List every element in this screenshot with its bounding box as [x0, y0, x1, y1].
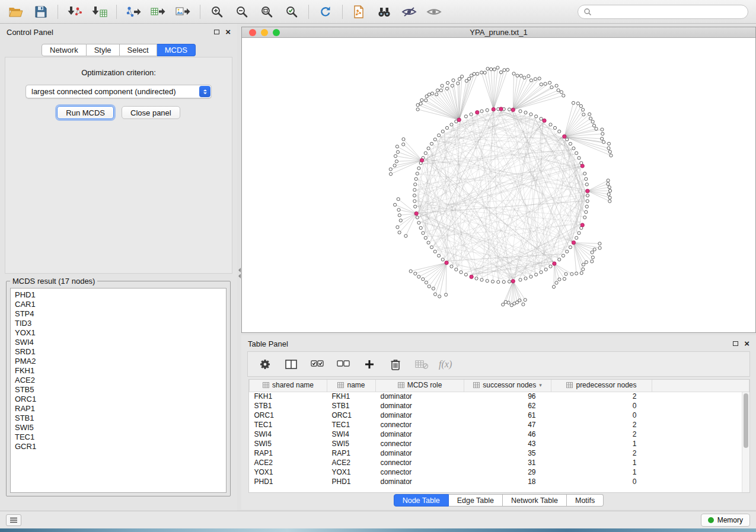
node-table-row[interactable]: SWI4SWI4dominator462	[250, 430, 749, 439]
deselect-all-button[interactable]	[334, 355, 352, 373]
cell-name[interactable]: TEC1	[327, 420, 376, 430]
cell-predecessors[interactable]: 2	[551, 420, 652, 430]
tab-network-table[interactable]: Network Table	[503, 494, 567, 507]
cell-predecessors[interactable]: 1	[551, 467, 652, 477]
cell-shared_name[interactable]: PHD1	[250, 477, 327, 486]
cell-shared_name[interactable]: SWI4	[250, 430, 327, 439]
node-table-row[interactable]: PHD1PHD1dominator180	[250, 477, 749, 486]
cell-role[interactable]: dominator	[376, 392, 464, 401]
cell-role[interactable]: connector	[376, 467, 464, 477]
tab-style[interactable]: Style	[87, 44, 120, 56]
column-header-predecessor-nodes[interactable]: predecessor nodes	[551, 380, 652, 392]
node-table-row[interactable]: TEC1TEC1connector472	[250, 420, 749, 430]
cell-successors[interactable]: 35	[464, 448, 551, 458]
zoom-out-button[interactable]	[229, 2, 254, 21]
cell-role[interactable]: dominator	[376, 448, 464, 458]
mcds-result-item[interactable]: ORC1	[15, 395, 226, 404]
cell-role[interactable]: connector	[376, 420, 464, 430]
mcds-result-item[interactable]: GCR1	[15, 442, 226, 451]
zoom-selected-button[interactable]	[279, 2, 304, 21]
close-table-panel-icon[interactable]: ×	[744, 339, 749, 348]
cell-role[interactable]: dominator	[376, 411, 464, 420]
select-all-button[interactable]	[308, 355, 326, 373]
float-table-panel-icon[interactable]	[733, 341, 738, 346]
tab-node-table[interactable]: Node Table	[394, 494, 449, 507]
node-table-row[interactable]: SWI5SWI5connector431	[250, 439, 749, 448]
float-panel-icon[interactable]	[214, 30, 219, 34]
save-session-button[interactable]	[28, 2, 53, 21]
table-scrollbar[interactable]	[742, 392, 749, 492]
cell-successors[interactable]: 61	[464, 411, 551, 420]
cell-shared_name[interactable]: ORC1	[250, 411, 327, 420]
tab-network[interactable]: Network	[42, 44, 87, 56]
cell-successors[interactable]: 43	[464, 439, 551, 448]
open-session-button[interactable]	[4, 2, 28, 21]
cell-shared_name[interactable]: SWI5	[250, 439, 327, 448]
cell-name[interactable]: FKH1	[327, 392, 376, 401]
cell-shared_name[interactable]: STB1	[250, 401, 327, 411]
cell-name[interactable]: YOX1	[327, 467, 376, 477]
tab-edge-table[interactable]: Edge Table	[449, 494, 503, 507]
mcds-result-item[interactable]: SWI5	[15, 423, 226, 432]
mcds-result-item[interactable]: ACE2	[15, 376, 226, 385]
import-network-button[interactable]	[62, 2, 87, 21]
cell-successors[interactable]: 62	[464, 401, 551, 411]
cell-name[interactable]: RAP1	[327, 448, 376, 458]
node-table-row[interactable]: ACE2ACE2connector311	[250, 458, 749, 467]
export-image-button[interactable]	[171, 2, 196, 21]
add-column-button[interactable]	[361, 355, 378, 373]
mcds-result-item[interactable]: CAR1	[15, 300, 226, 309]
node-table-row[interactable]: YOX1YOX1connector291	[250, 467, 749, 477]
memory-button[interactable]: Memory	[701, 514, 750, 527]
export-web-button[interactable]	[347, 2, 372, 21]
cell-name[interactable]: STB1	[327, 401, 376, 411]
cell-predecessors[interactable]: 0	[551, 401, 652, 411]
mcds-result-item[interactable]: PMA2	[15, 357, 226, 366]
export-table-button[interactable]	[146, 2, 171, 21]
cell-successors[interactable]: 29	[464, 467, 551, 477]
cell-shared_name[interactable]: FKH1	[250, 392, 327, 401]
search-input[interactable]	[595, 6, 748, 18]
cell-successors[interactable]: 31	[464, 458, 551, 467]
cell-predecessors[interactable]: 2	[551, 430, 652, 439]
cell-role[interactable]: dominator	[376, 477, 464, 486]
cell-shared_name[interactable]: TEC1	[250, 420, 327, 430]
column-header-mcds-role[interactable]: MCDS role	[376, 380, 464, 392]
table-settings-button[interactable]	[256, 355, 274, 373]
zoom-in-button[interactable]	[205, 2, 229, 21]
column-header-name[interactable]: name	[327, 380, 376, 392]
mcds-result-item[interactable]: STP4	[15, 309, 226, 319]
mcds-result-item[interactable]: SRD1	[15, 347, 226, 357]
search-network-button[interactable]	[372, 2, 397, 21]
mcds-result-item[interactable]: TID3	[15, 319, 226, 328]
mcds-result-item[interactable]: RAP1	[15, 404, 226, 414]
close-panel-icon[interactable]: ×	[225, 28, 231, 36]
cell-name[interactable]: SWI5	[327, 439, 376, 448]
cell-predecessors[interactable]: 1	[551, 439, 652, 448]
cell-name[interactable]: ACE2	[327, 458, 376, 467]
show-columns-button[interactable]	[282, 355, 300, 373]
toolbar-search[interactable]	[578, 5, 748, 19]
cell-successors[interactable]: 46	[464, 430, 551, 439]
mcds-result-item[interactable]: STB5	[15, 385, 226, 395]
tab-motifs[interactable]: Motifs	[567, 494, 604, 507]
mcds-result-item[interactable]: TEC1	[15, 432, 226, 442]
cell-shared_name[interactable]: YOX1	[250, 467, 327, 477]
network-canvas[interactable]	[242, 38, 755, 332]
import-table-button[interactable]	[87, 2, 112, 21]
cell-successors[interactable]: 18	[464, 477, 551, 486]
cell-predecessors[interactable]: 2	[551, 448, 652, 458]
tab-mcds[interactable]: MCDS	[157, 44, 196, 56]
run-mcds-button[interactable]: Run MCDS	[57, 106, 114, 119]
cell-predecessors[interactable]: 2	[551, 392, 652, 401]
column-header-successor-nodes[interactable]: successor nodes ▾	[464, 380, 551, 392]
status-menu-button[interactable]	[6, 514, 21, 526]
criterion-dropdown[interactable]: largest connected component (undirected)	[25, 85, 212, 98]
cell-predecessors[interactable]: 1	[551, 458, 652, 467]
show-details-button[interactable]	[422, 2, 446, 21]
cell-shared_name[interactable]: RAP1	[250, 448, 327, 458]
cell-successors[interactable]: 47	[464, 420, 551, 430]
toggle-details-button[interactable]	[397, 2, 422, 21]
tab-select[interactable]: Select	[120, 44, 157, 56]
node-table-row[interactable]: FKH1FKH1dominator962	[250, 392, 749, 401]
